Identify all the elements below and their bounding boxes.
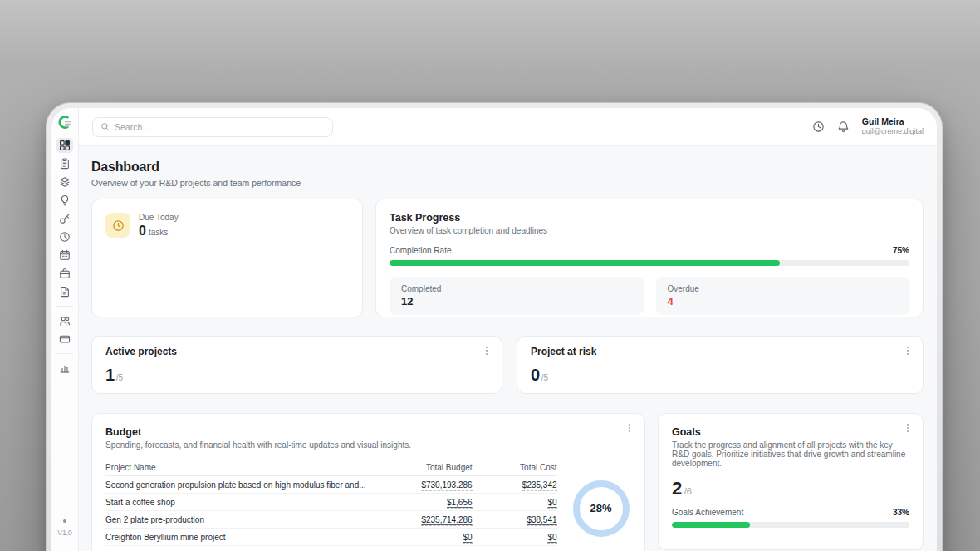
budget-table-row[interactable]: Start a coffee shop $1,656 $0 [105, 494, 557, 511]
active-projects-total: /5 [116, 373, 123, 382]
total-cost-value[interactable]: $235,342 [522, 480, 557, 491]
total-budget-value[interactable]: $1,656 [447, 498, 473, 509]
creme-logo-icon [56, 114, 73, 130]
sidebar-item-ideas[interactable] [56, 193, 73, 208]
completion-rate-pct: 75% [893, 246, 909, 255]
dashboard-content: Dashboard Overview of your R&D projects … [79, 146, 937, 551]
overdue-stat-box: Overdue 4 [656, 277, 910, 315]
sidebar-item-analytics[interactable] [56, 361, 73, 376]
sidebar-item-billing[interactable] [56, 332, 73, 347]
col-total-budget: Total Budget [375, 463, 473, 472]
sidebar-item-layers[interactable] [56, 175, 73, 189]
budget-table-row[interactable]: Gen 2 plate pre-production $235,714.286 … [105, 511, 557, 529]
lightbulb-icon [59, 194, 71, 206]
clock-icon [59, 231, 71, 243]
project-name: Creighton Beryllium mine project [105, 533, 375, 542]
dashboard-grid-icon [59, 140, 71, 151]
total-budget-value[interactable]: $235,714.286 [421, 515, 472, 526]
page-title: Dashboard [91, 160, 924, 175]
status-dot [63, 519, 66, 523]
project-at-risk-card: Project at risk 0 /5 [517, 336, 924, 394]
active-projects-card: Active projects 1 /5 [91, 336, 502, 394]
sidebar-item-team[interactable] [56, 313, 73, 328]
goals-value: 2 [672, 478, 682, 499]
user-name: Guil Meira [862, 116, 924, 127]
budget-table-row[interactable]: Creighton Beryllium mine project $0 $0 [105, 529, 557, 546]
topbar: Guil Meira guil@creme.digital [79, 108, 937, 146]
total-cost-value[interactable]: $0 [547, 498, 556, 509]
due-today-label: Due Today [139, 213, 179, 222]
kebab-menu-icon[interactable] [903, 345, 913, 357]
project-name: Start a coffee shop [105, 498, 375, 507]
sidebar-item-tasks[interactable] [56, 156, 73, 171]
goals-achievement-label: Goals Achievement [672, 508, 743, 517]
task-progress-title: Task Progress [390, 212, 909, 224]
main-area: Guil Meira guil@creme.digital Dashboard … [79, 108, 937, 551]
completion-rate-label: Completion Rate [390, 246, 451, 255]
search-input[interactable] [115, 122, 325, 132]
user-menu[interactable]: Guil Meira guil@creme.digital [862, 116, 924, 136]
project-at-risk-value: 0 [531, 366, 540, 385]
clock-icon [112, 219, 125, 232]
goals-card: Goals Track the progress and alignment o… [658, 413, 924, 550]
active-projects-title: Active projects [105, 346, 490, 357]
search-box[interactable] [92, 117, 333, 137]
sidebar-item-documents[interactable] [56, 284, 73, 299]
clipboard-icon [59, 158, 71, 170]
project-at-risk-title: Project at risk [531, 346, 911, 357]
notifications-bell-icon[interactable] [837, 121, 850, 134]
sidebar: V1.0 [51, 108, 79, 551]
col-project-name: Project Name [105, 463, 375, 472]
kebab-menu-icon[interactable] [903, 422, 913, 434]
overdue-value: 4 [668, 295, 899, 307]
sidebar-item-projects[interactable] [56, 266, 73, 281]
version-label: V1.0 [57, 529, 72, 537]
total-cost-value[interactable]: $38,541 [527, 515, 556, 526]
due-today-unit: tasks [149, 228, 168, 237]
sidebar-divider [56, 353, 73, 354]
users-icon [59, 315, 71, 327]
total-budget-value[interactable]: $0 [463, 533, 472, 544]
page-subtitle: Overview of your R&D projects and team p… [91, 178, 924, 188]
sidebar-item-calendar[interactable] [56, 248, 73, 263]
completion-progress-fill [390, 260, 780, 266]
due-clock-iconbox [105, 213, 130, 238]
goals-subtitle: Track the progress and alignment of all … [672, 440, 909, 468]
completed-value: 12 [401, 295, 632, 307]
completion-progress-track [390, 260, 909, 266]
sidebar-item-access[interactable] [56, 211, 73, 226]
document-icon [59, 286, 71, 298]
kebab-menu-icon[interactable] [625, 422, 635, 434]
kebab-menu-icon[interactable] [482, 345, 492, 357]
total-cost-value[interactable]: $0 [547, 533, 556, 544]
due-today-card: Due Today 0tasks [91, 199, 363, 317]
col-total-cost: Total Cost [473, 463, 557, 472]
project-name: Gen 2 plate pre-production [105, 515, 375, 524]
sidebar-item-dashboard[interactable] [56, 138, 73, 153]
goals-title: Goals [672, 426, 909, 438]
sidebar-nav [56, 138, 73, 376]
sidebar-footer: V1.0 [51, 519, 78, 537]
user-email: guil@creme.digital [862, 127, 924, 136]
app-window: V1.0 [46, 102, 943, 551]
budget-donut-pct: 28% [590, 502, 612, 514]
budget-subtitle: Spending, forecasts, and financial healt… [105, 440, 631, 450]
sidebar-item-time[interactable] [56, 229, 73, 244]
total-budget-value[interactable]: $730,193.286 [421, 480, 472, 491]
task-progress-card: Task Progress Overview of task completio… [375, 199, 924, 317]
budget-table: Project Name Total Budget Total Cost Sec… [105, 459, 557, 551]
key-icon [59, 213, 71, 224]
history-icon[interactable] [812, 121, 826, 134]
task-progress-subtitle: Overview of task completion and deadline… [390, 226, 909, 235]
budget-table-header: Project Name Total Budget Total Cost [105, 459, 557, 476]
due-today-value: 0 [139, 224, 146, 238]
budget-table-row[interactable]: Second generation propulsion plate based… [105, 476, 557, 494]
completed-stat-box: Completed 12 [390, 277, 644, 315]
budget-donut-chart: 28% [573, 480, 630, 537]
search-icon [100, 122, 110, 131]
briefcase-icon [59, 268, 71, 279]
bar-chart-icon [59, 362, 71, 374]
project-name: Second generation propulsion plate based… [105, 480, 375, 490]
goals-total: /6 [684, 486, 692, 496]
goals-achievement-pct: 33% [893, 508, 909, 517]
